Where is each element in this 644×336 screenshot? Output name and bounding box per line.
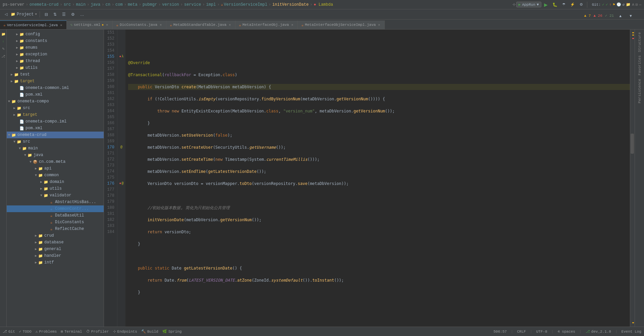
- scrollbar-thumb[interactable]: [631, 134, 634, 154]
- ellipsis-button[interactable]: …: [78, 11, 86, 17]
- tree-item-utils[interactable]: 📁 utils: [7, 64, 104, 71]
- tree-item-constants[interactable]: 📁 constants: [7, 38, 104, 44]
- tree-item-target-common[interactable]: 📁 target: [7, 78, 104, 85]
- tree-item-onemeta-compo-iml[interactable]: 📄 onemeta-compo.iml: [7, 118, 104, 125]
- breadcrumb-main[interactable]: main: [76, 2, 86, 7]
- breadcrumb-version[interactable]: version: [162, 2, 179, 7]
- persistence-tab[interactable]: Persistence: [637, 78, 642, 105]
- code-scroll[interactable]: 151152153154 155 156157158159160 1611621…: [104, 30, 635, 327]
- breadcrumb-initversiondate[interactable]: initVersionDate: [272, 2, 309, 7]
- breadcrumb-meta[interactable]: meta: [128, 2, 138, 7]
- tree-item-java[interactable]: 📁 java: [7, 152, 104, 158]
- breadcrumb-lambda[interactable]: ● Lambda: [314, 2, 333, 7]
- tree-item-databaseutil[interactable]: ☕ DataBaseUtil: [7, 212, 104, 219]
- breadcrumb-versionserviceimpl[interactable]: ☕ VersionServiceImpl: [221, 2, 267, 7]
- commit-side-icon[interactable]: ✎: [0, 46, 6, 52]
- tree-item-commoncontr[interactable]: ☕ CommonContr...: [7, 205, 104, 212]
- tab-versionserviceimpl[interactable]: ☕ VersionServiceImpl.java ✕: [0, 20, 67, 29]
- breadcrumb-cn[interactable]: cn: [105, 2, 110, 7]
- filter-button[interactable]: ☰: [60, 11, 68, 17]
- project-back-button[interactable]: ◁: [3, 11, 9, 17]
- profiler-status[interactable]: ⏱ Profiler: [86, 329, 109, 334]
- breakpoint-155[interactable]: ●: [119, 54, 121, 60]
- line-ending[interactable]: CRLF: [517, 330, 526, 334]
- tree-item-pom-xml-2[interactable]: 📄 pom.xml: [7, 125, 104, 132]
- tab-settings-xml[interactable]: ✎ settings.xml ● ✕: [67, 20, 113, 29]
- tree-item-general[interactable]: 📁 general: [7, 246, 104, 252]
- breadcrumb-onemeta-crud[interactable]: onemeta-crud: [30, 2, 58, 7]
- tree-item-onemeta-compo[interactable]: 📁 onemeta-compo: [7, 98, 104, 105]
- tree-item-exception[interactable]: 📁 exception: [7, 51, 104, 58]
- breadcrumb-impl[interactable]: impl: [206, 2, 216, 7]
- tree-item-onemeta-common-iml[interactable]: 📄 onemeta-common.iml: [7, 85, 104, 91]
- right-scrollbar[interactable]: [630, 30, 635, 327]
- build-status[interactable]: 🔨 Build: [141, 329, 158, 334]
- tree-item-crud[interactable]: 📁 crud: [7, 232, 104, 239]
- tree-item-intf[interactable]: 📁 intf: [7, 259, 104, 266]
- tab-close[interactable]: ✕: [377, 23, 381, 27]
- tree-item-onemeta-crud[interactable]: 📁 onemeta-crud: [7, 132, 104, 138]
- tree-item-enums[interactable]: 📁 enums: [7, 44, 104, 51]
- tree-item-pom-xml-1[interactable]: 📄 pom.xml: [7, 91, 104, 98]
- tree-item-test[interactable]: 📁 test: [7, 71, 104, 78]
- profile-button[interactable]: ⚡: [568, 2, 577, 7]
- tree-item-validator[interactable]: 📁 validator: [7, 192, 104, 199]
- tree-item-src-compo[interactable]: 📁 src: [7, 105, 104, 111]
- tree-item-reflectcache[interactable]: ☕ ReflectCache: [7, 226, 104, 232]
- tree-item-api[interactable]: 📁 api: [7, 165, 104, 172]
- tree-item-handler[interactable]: 📁 handler: [7, 252, 104, 259]
- spring-status[interactable]: 🌿 Spring: [162, 329, 182, 334]
- tab-metadbstandardtable[interactable]: ☕ MetaDbStandardTable.java ✕: [166, 20, 235, 29]
- tree-item-abstracthisbas[interactable]: ☕ AbstractHisBas...: [7, 199, 104, 205]
- settings-button[interactable]: ⚙: [578, 2, 585, 7]
- branch-side-icon[interactable]: ⎇: [0, 53, 6, 59]
- apprun-dropdown[interactable]: ▶ AppRun ▼: [516, 2, 541, 7]
- breakpoint-176[interactable]: ●: [119, 181, 121, 187]
- breadcrumb-java[interactable]: java: [91, 2, 100, 7]
- sort-button[interactable]: ⇅: [51, 11, 59, 17]
- problems-status[interactable]: ⚠ Problems: [36, 329, 57, 334]
- cursor-position[interactable]: 506:57: [493, 330, 507, 334]
- tree-item-dicconstants[interactable]: ☕ DicConstants: [7, 219, 104, 226]
- terminal-status[interactable]: ⊞ Terminal: [61, 329, 82, 334]
- breadcrumb-service[interactable]: service: [184, 2, 201, 7]
- tree-item-database[interactable]: 📁 database: [7, 239, 104, 246]
- tree-item-config[interactable]: 📁 config: [7, 31, 104, 38]
- warning-count[interactable]: ▲ 7: [584, 14, 591, 18]
- tree-item-src-crud[interactable]: 📁 src: [7, 138, 104, 145]
- tree-item-utils-crud[interactable]: 📁 utils: [7, 185, 104, 192]
- breadcrumb-src[interactable]: src: [64, 2, 71, 7]
- structure-tab[interactable]: Structure: [637, 31, 642, 53]
- branch-status[interactable]: ⎇ dev_2.1.0: [586, 329, 611, 334]
- indent-status[interactable]: 4 spaces: [557, 330, 575, 334]
- todo-status[interactable]: ✓ TODO: [19, 329, 32, 334]
- coverage-button[interactable]: ☂: [560, 2, 568, 7]
- collapse-all-button[interactable]: ⊟: [43, 11, 50, 17]
- collapse-panel-button[interactable]: ▼: [627, 13, 635, 18]
- tab-metainterfaceobj[interactable]: ☕ MetaInterfaceObj.java ✕: [235, 20, 298, 29]
- event-log-status[interactable]: Event Log: [622, 330, 641, 334]
- tree-item-common[interactable]: 📁 common: [7, 172, 104, 179]
- endpoints-status[interactable]: ⊹ Endpoints: [113, 329, 137, 334]
- code-editor[interactable]: @Override @Transactional(rollbackFor = E…: [125, 30, 630, 327]
- breadcrumb-pubmgr[interactable]: pubmgr: [143, 2, 157, 7]
- run-button[interactable]: ▶: [542, 1, 550, 8]
- tab-close[interactable]: ✕: [290, 23, 294, 27]
- expand-panel-button[interactable]: ▲: [616, 13, 624, 18]
- debug-button[interactable]: 🐛: [550, 2, 559, 8]
- hint-count[interactable]: ✓ 21: [605, 13, 614, 18]
- tree-item-thread[interactable]: 📁 thread: [7, 58, 104, 64]
- tab-close[interactable]: ✕: [105, 23, 109, 27]
- tree-item-target-compo[interactable]: 📁 target: [7, 111, 104, 118]
- tree-item-domain[interactable]: 📁 domain: [7, 179, 104, 185]
- vcs-side-icon[interactable]: ↑: [0, 38, 6, 44]
- tree-item-cn-com-meta[interactable]: 📦 cn.com.meta: [7, 158, 104, 165]
- tab-dicconstants[interactable]: ☕ DicConstants.java ✕: [113, 20, 166, 29]
- encoding-status[interactable]: UTF-8: [536, 330, 547, 334]
- project-dropdown-arrow[interactable]: ▼: [35, 13, 37, 16]
- breadcrumb-com[interactable]: com: [115, 2, 123, 7]
- error-count[interactable]: ▲ 26: [593, 14, 602, 18]
- tab-close[interactable]: ✕: [228, 23, 232, 27]
- tab-close[interactable]: ✕: [159, 23, 163, 27]
- project-side-icon[interactable]: 📁: [0, 31, 6, 37]
